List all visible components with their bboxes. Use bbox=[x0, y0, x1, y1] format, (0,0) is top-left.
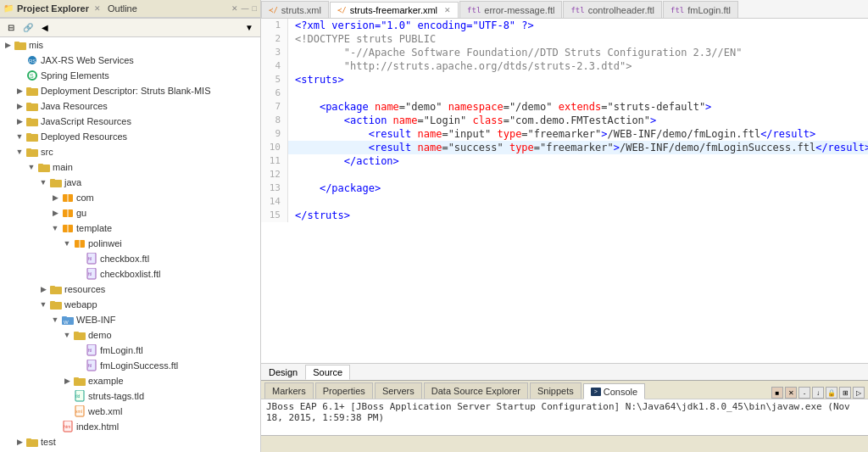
tree-item[interactable]: ▶com bbox=[0, 190, 260, 205]
tree-item[interactable]: SSpring Elements bbox=[0, 68, 260, 83]
outline-tab[interactable]: Outline bbox=[108, 3, 137, 14]
console-tab-properties[interactable]: Properties bbox=[315, 382, 373, 399]
tree-item-label: Spring Elements bbox=[41, 70, 109, 81]
editor-tab-controlheader-ftl[interactable]: ftlcontrolheader.ftl bbox=[563, 1, 662, 18]
tree-item[interactable]: ftlcheckboxlist.ftl bbox=[0, 266, 260, 282]
console-action-buttons: ■✕-↓🔒⊞▷ bbox=[771, 387, 868, 399]
tree-item[interactable]: ▼WWEB-INF bbox=[0, 312, 260, 327]
open-console-btn[interactable]: ⊞ bbox=[839, 387, 851, 399]
tree-back-btn[interactable]: ◀ bbox=[37, 20, 53, 36]
tree-item[interactable]: ftlfmLoginSuccess.ftl bbox=[0, 358, 260, 373]
code-line: 5<struts> bbox=[261, 73, 868, 86]
panel-close-icon[interactable]: ✕ bbox=[231, 4, 238, 13]
tree-toggle[interactable]: ▶ bbox=[61, 377, 73, 385]
project-tree: ▶misRSJAX-RS Web ServicesSSpring Element… bbox=[0, 37, 260, 452]
tree-item[interactable]: ▶example bbox=[0, 373, 260, 388]
tree-menu-btn[interactable]: ▼ bbox=[242, 20, 257, 36]
link-with-editor-btn[interactable]: 🔗 bbox=[20, 20, 36, 36]
tree-item[interactable]: ▼src bbox=[0, 144, 260, 159]
tree-toggle[interactable]: ▼ bbox=[37, 178, 49, 187]
tree-item[interactable]: ▶gu bbox=[0, 205, 260, 220]
console-tab-servers[interactable]: Servers bbox=[375, 382, 422, 399]
editor-bottom-tab-source[interactable]: Source bbox=[305, 365, 350, 380]
terminate-btn[interactable]: ✕ bbox=[785, 387, 797, 399]
editor-bottom-tab-design[interactable]: Design bbox=[261, 365, 305, 380]
tree-item[interactable]: ▼demo bbox=[0, 327, 260, 343]
panel-minimize-icon[interactable]: — bbox=[242, 4, 249, 13]
tree-item[interactable]: ▶mis bbox=[0, 37, 260, 53]
panel-maximize-icon[interactable]: □ bbox=[253, 4, 257, 13]
tree-toggle[interactable]: ▶ bbox=[14, 102, 25, 110]
tree-item[interactable]: ▶Java Resources bbox=[0, 98, 260, 114]
tree-item[interactable]: RSJAX-RS Web Services bbox=[0, 53, 260, 68]
tree-item[interactable]: xmlweb.xml bbox=[0, 404, 260, 419]
scroll-end-btn[interactable]: ↓ bbox=[812, 387, 824, 399]
line-number: 11 bbox=[261, 154, 288, 168]
editor-tab-error-message-ftl[interactable]: ftlerror-message.ftl bbox=[459, 1, 562, 18]
tree-item[interactable]: ▶JavaScript Resources bbox=[0, 114, 260, 129]
tree-toggle[interactable]: ▼ bbox=[49, 224, 61, 232]
tree-toggle[interactable]: ▼ bbox=[37, 300, 49, 309]
tree-toggle[interactable]: ▶ bbox=[14, 117, 25, 126]
line-content: <!DOCTYPE struts PUBLIC bbox=[288, 32, 436, 46]
tree-toggle[interactable]: ▶ bbox=[2, 41, 14, 49]
tree-item[interactable]: ▼template bbox=[0, 220, 260, 236]
tree-toggle[interactable]: ▼ bbox=[14, 132, 25, 141]
tree-toggle[interactable]: ▶ bbox=[49, 193, 61, 202]
code-line: 8 <action name="Login" class="com.demo.F… bbox=[261, 114, 868, 127]
tree-toggle[interactable]: ▶ bbox=[37, 285, 49, 293]
tree-item[interactable]: ▼Deployed Resources bbox=[0, 129, 260, 144]
tree-toggle[interactable]: ▼ bbox=[61, 239, 73, 248]
panel-title-separator: ✕ bbox=[94, 4, 101, 13]
tree-toggle[interactable]: ▶ bbox=[14, 438, 25, 446]
tree-item[interactable]: ▶resources bbox=[0, 282, 260, 297]
tree-item[interactable]: ▼webapp bbox=[0, 297, 260, 312]
file-icon: ftl bbox=[85, 253, 98, 265]
code-editor[interactable]: 1<?xml version="1.0" encoding="UTF-8" ?>… bbox=[261, 19, 868, 363]
editor-tab-fmLogin-ftl[interactable]: ftlfmLogin.ftl bbox=[663, 1, 738, 18]
tree-item[interactable]: ▼polinwei bbox=[0, 236, 260, 251]
tab-close-icon[interactable]: ✕ bbox=[444, 6, 451, 14]
console-tab-snippets[interactable]: Snippets bbox=[530, 382, 581, 399]
tree-toggle[interactable]: ▼ bbox=[61, 331, 73, 339]
editor-tab-struts-freemarker-xml[interactable]: ≺/struts-freemarker.xml✕ bbox=[330, 2, 459, 18]
console-tab-console[interactable]: >Console bbox=[583, 383, 645, 399]
tree-item[interactable]: ▶Deployment Descriptor: Struts Blank-MIS bbox=[0, 83, 260, 98]
svg-rect-9 bbox=[26, 103, 31, 105]
remove-btn[interactable]: - bbox=[798, 387, 810, 399]
tree-toggle[interactable]: ▼ bbox=[49, 315, 61, 324]
code-line: 3 "-//Apache Software Foundation//DTD St… bbox=[261, 46, 868, 59]
tree-item[interactable]: ▼java bbox=[0, 175, 260, 190]
tree-toggle[interactable]: ▶ bbox=[14, 86, 25, 95]
file-icon: ftl bbox=[85, 344, 98, 356]
tree-toggle[interactable]: ▶ bbox=[49, 209, 61, 217]
tree-item-label: Deployed Resources bbox=[41, 131, 127, 142]
tree-item-label: demo bbox=[88, 330, 112, 340]
project-icon bbox=[14, 39, 27, 51]
tree-toggle[interactable]: ▼ bbox=[25, 163, 37, 171]
console-tab-markers[interactable]: Markers bbox=[264, 382, 314, 399]
tree-item[interactable]: tldstruts-tags.tld bbox=[0, 388, 260, 404]
tree-item-label: index.html bbox=[76, 421, 119, 432]
tree-item-label: test bbox=[41, 437, 56, 447]
tree-item-label: Deployment Descriptor: Struts Blank-MIS bbox=[41, 86, 211, 96]
folder-icon bbox=[37, 161, 51, 173]
svg-rect-15 bbox=[26, 148, 31, 151]
folder-icon bbox=[25, 146, 39, 158]
tree-item[interactable]: ▶test bbox=[0, 434, 260, 449]
tab-label: struts.xml bbox=[281, 5, 321, 15]
tree-item-label: Java Resources bbox=[41, 101, 108, 111]
pin-btn[interactable]: ▷ bbox=[853, 387, 865, 399]
collapse-all-btn[interactable]: ⊟ bbox=[3, 20, 19, 36]
tree-toggle[interactable]: ▼ bbox=[14, 148, 25, 156]
tree-item[interactable]: ftlfmLogin.ftl bbox=[0, 343, 260, 358]
tree-item-label: fmLogin.ftl bbox=[100, 345, 143, 355]
stop-btn[interactable]: ■ bbox=[771, 387, 783, 399]
scroll-lock-btn[interactable]: 🔒 bbox=[826, 387, 837, 399]
console-tab-data-source-explorer[interactable]: Data Source Explorer bbox=[424, 382, 528, 399]
folder-icon bbox=[73, 329, 86, 341]
tree-item[interactable]: ▼main bbox=[0, 159, 260, 175]
tree-item[interactable]: htmindex.html bbox=[0, 419, 260, 434]
editor-tab-struts-xml[interactable]: ≺/struts.xml bbox=[261, 1, 329, 18]
tree-item[interactable]: ftlcheckbox.ftl bbox=[0, 251, 260, 266]
